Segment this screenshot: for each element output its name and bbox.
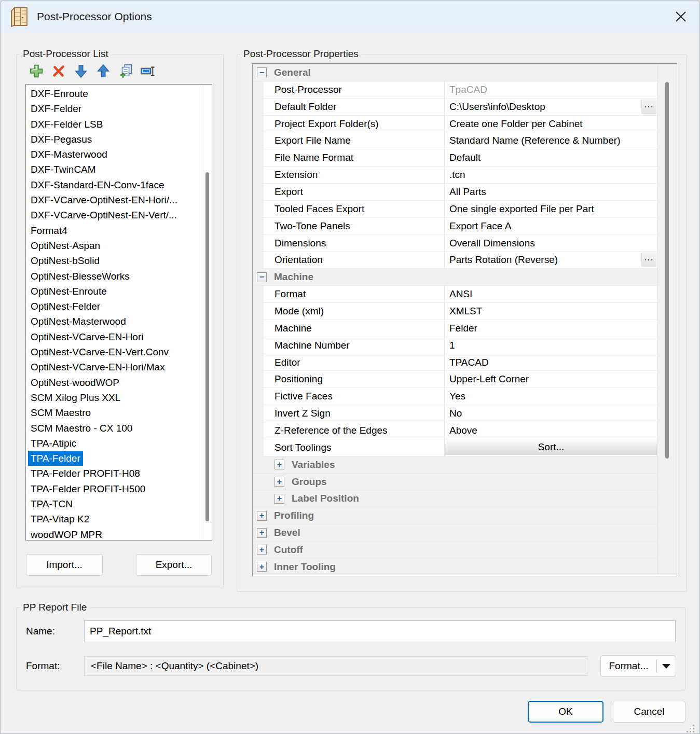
property-value[interactable]: Above [445, 422, 657, 439]
list-item[interactable]: DXF-Felder LSB [26, 117, 203, 132]
property-value[interactable]: C:\Users\info\Desktop... [445, 99, 657, 115]
list-item[interactable]: TPA-Felder PROFIT-H500 [26, 481, 203, 496]
property-value[interactable]: Felder [445, 320, 657, 337]
property-row[interactable]: Project Export Folder(s)Create one Folde… [253, 116, 657, 133]
list-item[interactable]: DXF-Masterwood [26, 147, 203, 162]
report-format-input[interactable] [84, 656, 587, 676]
list-item[interactable]: SCM Maestro [26, 405, 203, 420]
property-value[interactable]: Default [445, 149, 657, 166]
category-row[interactable]: +Profiling [253, 507, 657, 524]
property-row[interactable]: Export File NameStandard Name (Reference… [253, 132, 657, 149]
list-item[interactable]: DXF-VCarve-OptiNest-EN-Vert/... [26, 207, 203, 223]
rename-button[interactable] [140, 63, 156, 80]
property-value[interactable]: Export Face A [445, 218, 657, 234]
collapse-icon[interactable]: − [257, 272, 267, 282]
list-item[interactable]: OptiNest-woodWOP [26, 375, 203, 390]
expand-icon[interactable]: + [274, 460, 284, 469]
list-item[interactable]: OptiNest-VCarve-EN-Hori [26, 329, 203, 344]
category-row[interactable]: +Inner Tooling [253, 559, 657, 575]
list-item[interactable]: TPA-TCN [26, 496, 203, 511]
property-value[interactable]: .tcn [445, 167, 657, 183]
property-row[interactable]: Sort ToolingsSort... [253, 439, 657, 456]
ellipsis-button[interactable]: ... [641, 100, 656, 114]
resize-grip-icon[interactable] [687, 725, 688, 726]
list-item[interactable]: Format4 [26, 223, 203, 238]
expand-icon[interactable]: + [257, 528, 267, 538]
property-value[interactable]: XMLST [445, 303, 657, 320]
property-value[interactable]: TPACAD [445, 354, 657, 371]
delete-button[interactable] [50, 63, 67, 80]
expand-icon[interactable]: + [257, 511, 267, 521]
property-value[interactable]: ANSI [445, 286, 657, 302]
collapse-icon[interactable]: − [257, 67, 267, 77]
add-button[interactable] [28, 63, 45, 80]
property-row[interactable]: Mode (xml)XMLST [253, 303, 657, 320]
list-item[interactable]: DXF-Pegasus [26, 132, 203, 147]
property-row[interactable]: Machine Number1 [253, 337, 657, 354]
list-item[interactable]: SCM Xilog Plus XXL [26, 390, 203, 405]
category-row[interactable]: +Variables [253, 456, 657, 474]
post-processor-listbox[interactable]: DXF-EnrouteDXF-FelderDXF-Felder LSBDXF-P… [25, 84, 212, 541]
property-value[interactable]: Sort... [445, 439, 657, 456]
property-row[interactable]: Post-ProcessorTpaCAD [253, 81, 657, 99]
export-button[interactable]: Export... [136, 554, 212, 576]
property-row[interactable]: MachineFelder [253, 320, 657, 337]
move-up-button[interactable] [95, 63, 112, 80]
list-item[interactable]: TPA-Felder [26, 451, 203, 466]
property-value[interactable]: Standard Name (Reference & Number) [445, 132, 657, 149]
list-item[interactable]: DXF-VCarve-OptiNest-EN-Hori/... [26, 192, 203, 207]
property-row[interactable]: OrientationParts Rotation (Reverse)... [253, 252, 657, 269]
property-value[interactable]: Upper-Left Corner [445, 371, 657, 387]
category-row[interactable]: +Groups [253, 474, 657, 491]
list-item[interactable]: OptiNest-bSolid [26, 253, 203, 268]
list-scrollbar-thumb[interactable] [205, 172, 209, 521]
category-row[interactable]: +Bevel [253, 524, 657, 542]
property-value[interactable]: One single exported File per Part [445, 201, 657, 217]
property-value[interactable]: All Parts [445, 184, 657, 200]
list-item[interactable]: OptiNest-VCarve-EN-Vert.Conv [26, 344, 203, 359]
expand-icon[interactable]: + [274, 494, 284, 504]
list-item[interactable]: OptiNest-Felder [26, 299, 203, 314]
property-value[interactable]: TpaCAD [445, 81, 657, 98]
move-down-button[interactable] [73, 63, 89, 80]
ellipsis-button[interactable]: ... [641, 253, 656, 267]
list-item[interactable]: OptiNest-BiesseWorks [26, 269, 203, 284]
list-item[interactable]: DXF-Standard-EN-Conv-1face [26, 177, 203, 192]
property-value[interactable]: Overall Dimensions [445, 235, 657, 252]
list-item[interactable]: DXF-TwinCAM [26, 162, 203, 177]
list-item[interactable]: OptiNest-Masterwood [26, 314, 203, 329]
format-dropdown-button[interactable] [657, 656, 676, 676]
list-item[interactable]: TPA-Vitap K2 [26, 511, 203, 527]
close-icon[interactable] [675, 10, 687, 23]
list-item[interactable]: OptiNest-VCarve-EN-Hori/Max [26, 359, 203, 375]
category-row[interactable]: +Label Position [253, 490, 657, 507]
property-row[interactable]: File Name FormatDefault [253, 149, 657, 167]
property-value[interactable]: No [445, 405, 657, 422]
property-row[interactable]: DimensionsOverall Dimensions [253, 235, 657, 252]
list-item[interactable]: OptiNest-Enroute [26, 284, 203, 299]
property-row[interactable]: Z-Reference of the EdgesAbove [253, 422, 657, 439]
property-value[interactable]: Create one Folder per Cabinet [445, 116, 657, 132]
property-row[interactable]: Two-Tone PanelsExport Face A [253, 218, 657, 235]
category-row[interactable]: −Machine [253, 269, 657, 286]
category-row[interactable]: +Cutoff [253, 542, 657, 559]
property-row[interactable]: Default FolderC:\Users\info\Desktop... [253, 99, 657, 116]
grid-scrollbar[interactable] [657, 64, 676, 575]
import-button[interactable]: Import... [26, 554, 103, 576]
property-value[interactable]: 1 [445, 337, 657, 354]
property-row[interactable]: Tooled Faces ExportOne single exported F… [253, 201, 657, 218]
report-name-input[interactable] [84, 620, 676, 642]
sort-button[interactable]: Sort... [445, 440, 657, 455]
property-value[interactable]: Yes [445, 388, 657, 405]
cancel-button[interactable]: Cancel [613, 701, 685, 723]
list-item[interactable]: woodWOP MPR [26, 527, 203, 539]
list-item[interactable]: DXF-Enroute [26, 86, 203, 101]
grid-scrollbar-thumb[interactable] [665, 82, 669, 459]
copy-button[interactable] [117, 63, 134, 80]
list-item[interactable]: TPA-Felder PROFIT-H08 [26, 466, 203, 481]
ok-button[interactable]: OK [528, 701, 603, 723]
property-row[interactable]: Extension.tcn [253, 167, 657, 184]
list-item[interactable]: DXF-Felder [26, 101, 203, 116]
property-row[interactable]: PositioningUpper-Left Corner [253, 371, 657, 388]
list-scrollbar[interactable] [203, 85, 211, 539]
